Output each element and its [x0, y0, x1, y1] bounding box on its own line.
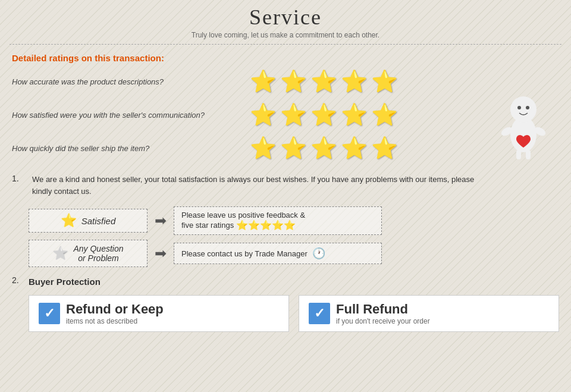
- rating-row-3: How quickly did the seller ship the item…: [12, 136, 559, 161]
- arrow-right-2: ➡: [155, 245, 167, 262]
- small-stars: ⭐⭐⭐⭐⭐: [236, 219, 296, 231]
- info-item-1: 1. We are a kind and honest seller, your…: [12, 174, 559, 267]
- satisfied-label: Satisfied: [81, 216, 116, 226]
- feedback-grid: ⭐ Satisfied ➡ Please leave us positive f…: [29, 206, 559, 267]
- star-1-2: ⭐: [280, 69, 307, 94]
- clock-icon: 🕐: [312, 247, 325, 260]
- star-3-2: ⭐: [280, 136, 307, 161]
- question-box: ⭐ Any Question or Problem: [29, 240, 148, 267]
- star-2-3: ⭐: [310, 102, 337, 127]
- question-label1: Any Question: [73, 244, 123, 253]
- item-number-1: 1.: [12, 174, 24, 197]
- svg-point-3: [526, 106, 529, 109]
- stars-row-2: ⭐ ⭐ ⭐ ⭐ ⭐: [250, 102, 398, 127]
- rating-question-2: How satisfied were you with the seller's…: [12, 111, 238, 120]
- satisfied-box: ⭐ Satisfied: [29, 209, 148, 233]
- mascot: [494, 69, 553, 164]
- star-3-4: ⭐: [341, 136, 368, 161]
- svg-rect-7: [526, 150, 531, 159]
- ratings-table: How accurate was the product description…: [12, 69, 559, 169]
- feedback-label: Please leave us positive feedback &: [181, 211, 305, 219]
- feedback-row-question: ⭐ Any Question or Problem ➡ Please conta…: [29, 240, 559, 267]
- contact-box: Please contact us by Trade Manager 🕐: [174, 243, 382, 264]
- rating-row-1: How accurate was the product description…: [12, 69, 559, 94]
- checkmark-2: ✓: [309, 303, 330, 324]
- star-1-5: ⭐: [371, 69, 398, 94]
- check-icon-1: ✓: [44, 306, 55, 321]
- stars-row-3: ⭐ ⭐ ⭐ ⭐ ⭐: [250, 136, 398, 161]
- info-section: 1. We are a kind and honest seller, your…: [0, 171, 571, 334]
- check-icon-2: ✓: [314, 306, 325, 321]
- mascot-svg: [494, 69, 553, 164]
- rating-question-1: How accurate was the product description…: [12, 77, 238, 86]
- buyer-boxes: ✓ Refund or Keep items not as described …: [29, 295, 559, 332]
- rating-question-3: How quickly did the seller ship the item…: [12, 144, 238, 153]
- item-text-1: We are a kind and honest seller, your to…: [32, 174, 478, 197]
- star-2-1: ⭐: [250, 102, 277, 127]
- star-3-1: ⭐: [250, 136, 277, 161]
- buyer-box-2-sub: if you don't receive your order: [336, 317, 430, 325]
- star-3-3: ⭐: [310, 136, 337, 161]
- star-1-1: ⭐: [250, 69, 277, 94]
- info-item-2: 2. Buyer Protection: [12, 275, 559, 289]
- ratings-section: Detailed ratings on this transaction: Ho…: [0, 48, 571, 171]
- item-number-2: 2.: [12, 275, 24, 289]
- ratings-title: Detailed ratings on this transaction:: [12, 53, 559, 63]
- page-container: Service Truly love coming, let us make a…: [0, 0, 571, 392]
- svg-point-2: [517, 106, 521, 109]
- feedback-label2: five star ratings: [181, 221, 234, 230]
- page-title: Service: [0, 5, 571, 30]
- star-2-2: ⭐: [280, 102, 307, 127]
- contact-label: Please contact us by Trade Manager: [181, 249, 308, 258]
- header: Service Truly love coming, let us make a…: [0, 0, 571, 40]
- buyer-box-2-text: Full Refund if you don't receive your or…: [336, 302, 430, 325]
- feedback-positive-box: Please leave us positive feedback & five…: [174, 206, 382, 235]
- star-2-4: ⭐: [341, 102, 368, 127]
- question-label2: or Problem: [78, 253, 118, 263]
- gray-star-icon: ⭐: [52, 246, 68, 261]
- ratings-content: How accurate was the product description…: [12, 69, 559, 169]
- buyer-box-2: ✓ Full Refund if you don't receive your …: [299, 295, 559, 332]
- buyer-box-1-text: Refund or Keep items not as described: [66, 302, 164, 325]
- header-subtitle: Truly love coming, let us make a commitm…: [0, 31, 571, 39]
- rating-row-2: How satisfied were you with the seller's…: [12, 102, 559, 127]
- divider: [10, 44, 561, 45]
- star-1-3: ⭐: [310, 69, 337, 94]
- star-3-5: ⭐: [371, 136, 398, 161]
- stars-row-1: ⭐ ⭐ ⭐ ⭐ ⭐: [250, 69, 398, 94]
- buyer-protection-title: Buyer Protection: [29, 275, 101, 289]
- star-2-5: ⭐: [371, 102, 398, 127]
- svg-rect-6: [516, 150, 521, 159]
- buyer-box-1-sub: items not as described: [66, 317, 164, 325]
- star-icon: ⭐: [61, 213, 77, 228]
- buyer-box-2-main: Full Refund: [336, 302, 430, 317]
- star-1-4: ⭐: [341, 69, 368, 94]
- feedback-row-satisfied: ⭐ Satisfied ➡ Please leave us positive f…: [29, 206, 559, 235]
- arrow-right-1: ➡: [155, 212, 167, 229]
- buyer-box-1-main: Refund or Keep: [66, 302, 164, 317]
- svg-point-1: [510, 96, 537, 123]
- buyer-box-1: ✓ Refund or Keep items not as described: [29, 295, 289, 332]
- checkmark-1: ✓: [39, 303, 60, 324]
